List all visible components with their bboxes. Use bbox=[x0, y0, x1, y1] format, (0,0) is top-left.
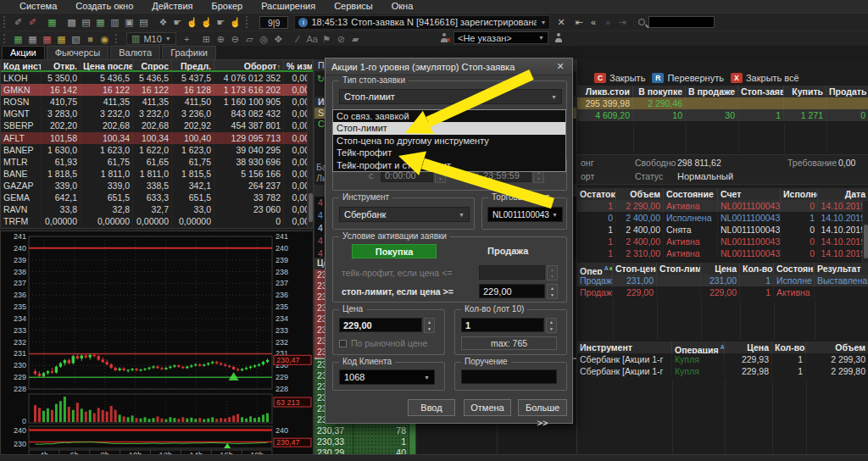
table-row[interactable]: SBERP202,20202,68202,68202,92454 387 801… bbox=[1, 119, 313, 131]
column-header[interactable]: Ликв.стои bbox=[577, 86, 633, 97]
column-header[interactable]: Объем bbox=[616, 188, 664, 200]
column-header[interactable]: Остаток bbox=[577, 188, 616, 200]
instrument-select[interactable]: Сбербанк▼ bbox=[339, 207, 470, 222]
cancel-button[interactable]: Отмена bbox=[464, 399, 511, 416]
dropdown-option[interactable]: Со связ. заявкой bbox=[333, 110, 565, 122]
table-row[interactable]: Сбербанк [Акции 1-гКупля229,9312 299,30 bbox=[577, 353, 868, 365]
column-header[interactable]: Стоп-цена bbox=[613, 263, 657, 275]
close-icon[interactable]: ✕ bbox=[554, 61, 566, 72]
enter-button[interactable]: Ввод bbox=[408, 399, 455, 416]
table-row[interactable]: 4 609,20103011 2710 bbox=[577, 109, 868, 121]
zoom-out-icon[interactable]: ⊖ bbox=[228, 31, 242, 47]
refresh-icon[interactable]: ↻ bbox=[317, 74, 325, 85]
column-header[interactable]: Объем bbox=[806, 342, 868, 353]
column-header[interactable]: Стоп-заяв bbox=[738, 86, 784, 97]
toolbar-grip[interactable] bbox=[3, 16, 8, 28]
message-icon[interactable]: ❖ bbox=[156, 14, 170, 30]
new-order-hand-icon[interactable]: ☛ bbox=[170, 14, 185, 30]
action-Закрыть всё[interactable]: XЗакрыть всё bbox=[731, 73, 799, 83]
orderbook-cell[interactable] bbox=[409, 425, 416, 436]
orderbook-cell[interactable] bbox=[416, 436, 498, 447]
column-header[interactable]: Состояни bbox=[774, 263, 815, 275]
clear-message-button[interactable]: ✕ bbox=[557, 17, 565, 28]
orderbook-cell[interactable] bbox=[498, 436, 577, 447]
table-row[interactable]: 02 400,00ИсполненаNL0011100043114.10.201… bbox=[577, 212, 868, 224]
table-export-icon[interactable]: ▦ bbox=[11, 31, 25, 47]
interval-select[interactable]: ▥ M10 ▼ bbox=[126, 32, 176, 45]
orders-all-hand-icon[interactable]: ☛ bbox=[214, 14, 228, 30]
first-message-icon[interactable]: ⇤ bbox=[572, 14, 587, 30]
dialog-titlebar[interactable]: Акции 1-го уровня (эмулятор) Стоп-заявка… bbox=[326, 58, 572, 75]
column-header[interactable]: Кол-во bbox=[772, 342, 806, 353]
column-header[interactable]: Цена bbox=[701, 263, 740, 275]
orderbook-cell[interactable] bbox=[409, 436, 416, 447]
orders-scrollbar[interactable] bbox=[862, 201, 868, 263]
money-bag-icon[interactable]: ◉ bbox=[97, 31, 112, 47]
column-header[interactable]: Счет bbox=[718, 188, 781, 200]
orderbook-cell[interactable] bbox=[416, 425, 498, 436]
last-message-icon[interactable]: ⇥ bbox=[615, 14, 630, 30]
crosshair-icon[interactable]: + bbox=[180, 31, 194, 47]
menu-item[interactable]: Создать окно bbox=[66, 0, 142, 13]
new-window-icon[interactable]: ▦ bbox=[45, 14, 59, 30]
table-row[interactable]: 12 290,00АктивнаNL0011100043014.10.2019 bbox=[577, 200, 868, 212]
account-select[interactable]: NL0011100043▼ bbox=[487, 207, 563, 222]
order-cancel-hand-icon[interactable]: ☝ bbox=[199, 14, 214, 30]
table-row[interactable]: LKOH5 350,05 436,55 436,55 437,54 076 01… bbox=[1, 72, 313, 84]
table-row[interactable]: Сбербанк [Акции 1-гКупля229,9812 299,80 bbox=[577, 365, 868, 377]
toolbar-grip[interactable] bbox=[246, 16, 250, 28]
table-row[interactable]: MGNT3 283,03 232,03 232,03 236,0843 082 … bbox=[1, 108, 313, 119]
prev-message-icon[interactable]: « bbox=[587, 14, 601, 30]
max-quantity-button[interactable]: max: 765 bbox=[461, 336, 557, 350]
toolbar-grip[interactable] bbox=[3, 34, 8, 44]
column-header[interactable]: Кол-во bbox=[740, 263, 774, 275]
sell-label[interactable]: Продажа bbox=[487, 246, 528, 256]
stoplimit-spinner[interactable] bbox=[547, 284, 558, 299]
text-tool-icon[interactable]: Aa bbox=[305, 31, 320, 47]
stop-type-select[interactable]: Стоп-лимит▼ bbox=[339, 89, 562, 104]
column-header[interactable]: Исполнен bbox=[781, 188, 818, 200]
table-row[interactable]: BANEP1 630,01 623,01 622,01 623,039 040 … bbox=[1, 144, 313, 156]
comment-input[interactable] bbox=[461, 369, 557, 384]
dropdown-option[interactable]: Тейк-профит и стоп-лимит bbox=[333, 159, 565, 171]
market-price-checkbox[interactable]: По рыночной цене bbox=[339, 338, 427, 348]
ruler-icon[interactable]: ▱ bbox=[242, 31, 257, 47]
table-row[interactable]: 12 400,00СнятаNL0011100043014.10.2019 bbox=[577, 224, 868, 236]
chevron-down-icon[interactable]: ▼ bbox=[540, 19, 546, 25]
table-row[interactable]: TRFM0,000000,000000,000000,0000000,00 bbox=[1, 215, 313, 227]
column-header[interactable]: Продать bbox=[826, 86, 868, 97]
table-row[interactable]: 295 399,982 290,46 bbox=[577, 97, 868, 109]
column-header[interactable]: Цена bbox=[725, 342, 772, 353]
window-settings-icon[interactable]: ▣ bbox=[122, 14, 136, 30]
dropdown-option[interactable]: Стоп-цена по другому инструменту bbox=[333, 135, 565, 147]
scrollbar-thumb[interactable] bbox=[309, 193, 313, 222]
table-row[interactable]: Продажа229,00229,001Активна bbox=[577, 286, 868, 298]
takeprofit-spinner[interactable] bbox=[547, 265, 558, 280]
chart-window-icon[interactable]: ▩ bbox=[64, 14, 79, 30]
action-Закрыть[interactable]: CЗакрыть bbox=[594, 73, 645, 83]
user-select[interactable]: <Не указан> ▼ bbox=[453, 31, 548, 44]
pan-hand-icon[interactable]: ✥ bbox=[271, 31, 286, 47]
client-select[interactable]: 1068▼ bbox=[339, 369, 435, 385]
orderbook-cell[interactable]: 78 bbox=[353, 425, 409, 436]
column-header[interactable]: ОперацияA bbox=[672, 342, 725, 353]
price-input[interactable] bbox=[339, 318, 422, 332]
target-icon[interactable]: ◎ bbox=[257, 31, 271, 47]
table-row[interactable]: MTLR61,9361,7561,6561,7538 930 6960,00 bbox=[1, 156, 313, 168]
cursor-cancel-icon[interactable]: ✐ bbox=[25, 14, 40, 30]
briefcase-icon[interactable]: ■ bbox=[83, 31, 97, 47]
report-window-icon[interactable]: ▤ bbox=[79, 14, 93, 30]
flag-icon[interactable]: ⚑ bbox=[320, 31, 334, 47]
column-header[interactable]: ОперA bbox=[577, 263, 613, 275]
dropdown-option[interactable]: Стоп-лимит bbox=[333, 122, 565, 134]
dropdown-option[interactable]: Тейк-профит bbox=[333, 147, 565, 158]
table-row[interactable]: 12 310,00АктивнаNL0011100043014.10.2019 bbox=[577, 247, 868, 259]
orderbook-cell[interactable]: 230,37 bbox=[314, 425, 353, 436]
hide-icon[interactable]: ⊘ bbox=[334, 31, 348, 47]
table-row[interactable]: GAZAP339,0339,0338,5342,1264 2370,00 bbox=[1, 180, 313, 192]
tab-Валюта[interactable]: Валюта bbox=[110, 46, 160, 59]
column-header[interactable]: Код инст bbox=[1, 60, 42, 70]
column-header[interactable]: Инструмент bbox=[577, 342, 672, 353]
quantity-spinner[interactable] bbox=[546, 318, 557, 333]
menu-item[interactable]: Расширения bbox=[252, 0, 325, 13]
